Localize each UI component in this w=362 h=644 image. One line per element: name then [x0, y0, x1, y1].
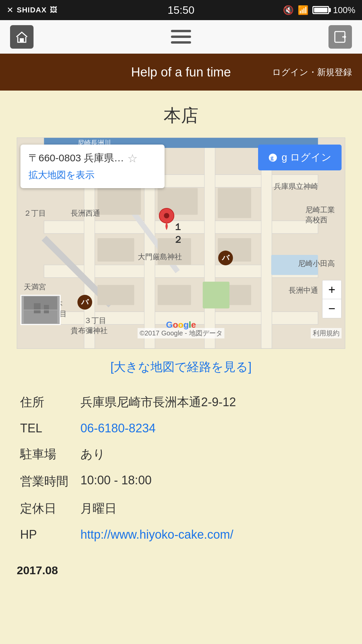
big-map-link[interactable]: [大きな地図で経路を見る]	[110, 360, 251, 374]
hp-row: HP http://www.hiyoko-cake.com/	[17, 522, 345, 547]
hp-label: HP	[17, 522, 77, 547]
holiday-value: 月曜日	[77, 495, 345, 522]
tel-row: TEL 06-6180-8234	[17, 416, 345, 441]
app-icon-x: ✕	[7, 5, 13, 15]
shidax-logo: SHIDAX	[17, 6, 47, 14]
bus-stop-icon-2: バ	[77, 295, 92, 310]
status-bar: ✕ SHIDAX 🖼 15:50 🔇 📶 100%	[0, 0, 362, 20]
road-label-tenmanguu: 天満宮	[24, 282, 46, 292]
map-pin: １２	[158, 207, 175, 233]
status-time: 15:50	[168, 4, 194, 16]
street-view-thumbnail[interactable]	[20, 295, 61, 325]
hamburger-menu-button[interactable]	[171, 30, 191, 44]
hours-value: 10:00 - 18:00	[77, 468, 345, 495]
address-row: 住所 兵庫県尼崎市長洲本通2-9-12	[17, 389, 345, 416]
battery-percent: 100%	[333, 5, 356, 15]
image-icon: 🖼	[50, 6, 57, 14]
road-label-daimon: 大門厳島神社	[138, 252, 182, 262]
zoom-in-button[interactable]: +	[322, 280, 341, 299]
tel-link[interactable]: 06-6180-8234	[80, 421, 156, 435]
svg-text:g: g	[270, 154, 274, 161]
hours-row: 営業時間 10:00 - 18:00	[17, 468, 345, 495]
store-name: 本店	[17, 104, 345, 127]
big-map-link-container: [大きな地図で経路を見る]	[17, 359, 345, 375]
map-popup: 〒660-0803 兵庫県… ☆ 拡大地図を表示	[20, 145, 165, 188]
parking-label: 駐車場	[17, 441, 77, 468]
parking-row: 駐車場 あり	[17, 441, 345, 468]
road-label-nagasu-naka: 長洲中通	[289, 285, 318, 296]
zoom-out-button[interactable]: −	[322, 299, 341, 318]
svg-point-27	[164, 213, 169, 218]
login-register-link[interactable]: ログイン・新規登録	[272, 66, 352, 78]
header-title: Help of a fun time	[131, 65, 231, 79]
tel-label: TEL	[17, 416, 77, 441]
svg-rect-9	[204, 138, 215, 348]
status-left: ✕ SHIDAX 🖼	[7, 5, 57, 15]
parking-value: あり	[77, 441, 345, 468]
battery-icon	[312, 6, 329, 14]
mute-icon: 🔇	[283, 5, 294, 15]
info-table: 住所 兵庫県尼崎市長洲本通2-9-12 TEL 06-6180-8234 駐車場…	[17, 389, 345, 547]
road-label-3chome: ３丁目	[84, 316, 106, 326]
hp-link[interactable]: http://www.hiyoko-cake.com/	[80, 528, 233, 541]
svg-rect-0	[20, 38, 24, 42]
road-label-2chome-left: ２丁目	[24, 208, 46, 218]
exit-button[interactable]	[328, 25, 352, 49]
status-right: 🔇 📶 100%	[283, 5, 356, 15]
date-footer: 2017.08	[17, 560, 345, 590]
header: Help of a fun time ログイン・新規登録	[0, 54, 362, 91]
address-value: 兵庫県尼崎市長洲本通2-9-12	[77, 389, 345, 416]
svg-rect-30	[34, 303, 41, 313]
svg-rect-18	[158, 285, 191, 305]
svg-rect-12	[98, 238, 134, 262]
hours-label: 営業時間	[17, 468, 77, 495]
svg-rect-20	[203, 282, 230, 309]
svg-rect-31	[44, 305, 49, 313]
wifi-icon: 📶	[298, 5, 308, 15]
road-label-hyogo-kamigawa: 兵庫県立神崎	[274, 181, 318, 192]
road-label-amagasaki-odaka: 尼崎小田高	[298, 259, 335, 269]
holiday-label: 定休日	[17, 495, 77, 522]
google-logo: Google	[166, 320, 196, 330]
road-label-nagasunishi: 長洲西通	[71, 208, 100, 218]
bus-stop-icon-1: バ	[218, 251, 233, 265]
home-button[interactable]	[10, 25, 34, 49]
road-label-kibune: 貴布彌神社	[71, 326, 108, 336]
star-icon[interactable]: ☆	[127, 152, 137, 165]
nav-bar	[0, 20, 362, 54]
svg-rect-17	[98, 285, 134, 305]
map-number: １２	[173, 221, 183, 246]
address-label: 住所	[17, 389, 77, 416]
road-label-amagasaki-kogyo: 尼崎工業高校西	[305, 205, 335, 225]
map-zoom-controls[interactable]: + −	[322, 280, 342, 318]
hp-value[interactable]: http://www.hiyoko-cake.com/	[77, 522, 345, 547]
map-container[interactable]: 尼崎長洲川 〒660-0803 兵庫県… ☆ 拡大地図を表示 g g ログイン …	[17, 138, 345, 349]
tel-value[interactable]: 06-6180-8234	[77, 416, 345, 441]
svg-rect-11	[98, 188, 141, 215]
google-login-button[interactable]: g g ログイン	[258, 145, 342, 170]
map-popup-address: 〒660-0803 兵庫県… ☆	[28, 151, 157, 165]
svg-rect-15	[218, 188, 251, 218]
map-terms[interactable]: 利用規約	[311, 328, 342, 338]
holiday-row: 定休日 月曜日	[17, 495, 345, 522]
expand-map-link[interactable]: 拡大地図を表示	[28, 170, 95, 180]
main-content: 本店	[0, 91, 362, 604]
